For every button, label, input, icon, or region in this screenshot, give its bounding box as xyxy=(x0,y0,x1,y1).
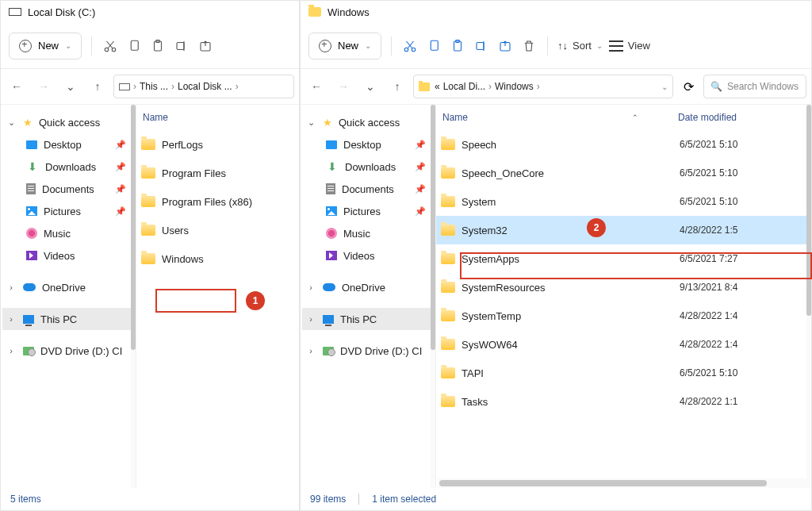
sidebar-item-documents[interactable]: Documents📌 xyxy=(302,178,434,200)
file-date: 4/28/2022 1:5 xyxy=(680,225,806,236)
sidebar-dvd[interactable]: ›DVD Drive (D:) CI xyxy=(302,340,434,362)
address-bar[interactable]: « Local Di... › Windows › ⌄ xyxy=(413,75,673,98)
sidebar-item-desktop[interactable]: Desktop📌 xyxy=(302,133,434,156)
sidebar-this-pc[interactable]: ›This PC xyxy=(302,308,434,330)
column-name[interactable]: Name xyxy=(143,112,293,123)
sidebar-item-pictures[interactable]: Pictures📌 xyxy=(2,200,134,222)
svg-rect-2 xyxy=(131,40,138,50)
sidebar: ⌄★Quick access Desktop📌 ⬇Downloads📌 Docu… xyxy=(1,105,136,488)
column-date[interactable]: Date modified xyxy=(678,112,805,123)
file-row[interactable]: System324/28/2022 1:5 xyxy=(436,216,811,244)
sidebar-quick-access[interactable]: ⌄★Quick access xyxy=(2,111,134,133)
sidebar-quick-access[interactable]: ⌄★Quick access xyxy=(302,111,434,133)
folder-icon xyxy=(141,196,155,207)
file-name: Speech xyxy=(462,139,496,151)
sidebar-item-videos[interactable]: Videos xyxy=(2,244,134,267)
refresh-button[interactable]: ⟳ xyxy=(678,76,699,97)
file-row[interactable]: Speech6/5/2021 5:10 xyxy=(436,130,811,159)
folder-icon xyxy=(441,339,455,350)
sidebar: ⌄★Quick access Desktop📌 ⬇Downloads📌 Docu… xyxy=(301,105,435,488)
status-bar: 5 items xyxy=(1,488,299,510)
file-row[interactable]: Users xyxy=(136,216,299,244)
horizontal-scrollbar[interactable] xyxy=(438,478,810,488)
file-name: SysWOW64 xyxy=(462,339,518,351)
file-row[interactable]: SystemResources9/13/2021 8:4 xyxy=(436,273,811,302)
folder-icon xyxy=(308,7,321,17)
file-row[interactable]: Program Files xyxy=(136,159,299,187)
column-headers[interactable]: Name ⌃ Date modified xyxy=(436,105,811,130)
file-row[interactable]: Windows xyxy=(136,244,299,273)
sidebar-item-downloads[interactable]: ⬇Downloads📌 xyxy=(302,156,434,178)
file-date: 6/5/2021 7:27 xyxy=(680,253,806,264)
file-pane: Name PerfLogsProgram FilesProgram Files … xyxy=(136,105,299,488)
sidebar-item-music[interactable]: Music xyxy=(302,222,434,244)
address-bar[interactable]: › This ... › Local Disk ... › xyxy=(113,75,294,98)
up-button[interactable]: ↑ xyxy=(86,75,109,98)
sidebar-onedrive[interactable]: ›OneDrive xyxy=(2,276,134,298)
column-name[interactable]: Name xyxy=(442,112,632,123)
cut-icon[interactable] xyxy=(102,37,119,55)
sidebar-item-videos[interactable]: Videos xyxy=(302,244,434,267)
sidebar-item-pictures[interactable]: Pictures📌 xyxy=(302,200,434,222)
sidebar-item-music[interactable]: Music xyxy=(2,222,134,244)
folder-icon xyxy=(441,139,455,150)
sidebar-item-documents[interactable]: Documents📌 xyxy=(2,178,134,200)
file-row[interactable]: SystemApps6/5/2021 7:27 xyxy=(436,244,811,273)
file-date: 4/28/2022 1:4 xyxy=(680,339,806,350)
sidebar-onedrive[interactable]: ›OneDrive xyxy=(302,276,434,298)
item-count: 99 items xyxy=(310,494,346,505)
vertical-scrollbar[interactable] xyxy=(806,105,811,488)
file-name: SystemApps xyxy=(462,253,519,265)
file-name: TAPI xyxy=(462,367,484,379)
file-row[interactable]: Speech_OneCore6/5/2021 5:10 xyxy=(436,159,811,187)
new-button[interactable]: New ⌄ xyxy=(9,33,82,60)
folder-icon xyxy=(441,282,455,293)
file-name: Program Files (x86) xyxy=(162,196,252,208)
new-button[interactable]: New ⌄ xyxy=(308,33,381,60)
delete-icon[interactable] xyxy=(520,37,538,55)
back-button[interactable]: ← xyxy=(6,75,28,98)
recent-dropdown[interactable]: ⌄ xyxy=(59,75,82,98)
sidebar-dvd[interactable]: ›DVD Drive (D:) CI xyxy=(2,340,134,362)
rename-icon[interactable] xyxy=(173,37,190,55)
file-row[interactable]: Program Files (x86) xyxy=(136,187,299,216)
chevron-down-icon: ⌄ xyxy=(65,41,71,50)
paste-icon[interactable] xyxy=(449,37,466,55)
title-bar[interactable]: Windows xyxy=(301,1,811,23)
file-row[interactable]: PerfLogs xyxy=(136,130,299,159)
forward-button[interactable]: → xyxy=(332,75,354,98)
sidebar-item-downloads[interactable]: ⬇Downloads📌 xyxy=(2,156,134,178)
folder-icon xyxy=(441,225,455,236)
copy-icon[interactable] xyxy=(125,37,143,55)
folder-icon xyxy=(141,139,155,150)
file-date: 4/28/2022 1:1 xyxy=(680,396,806,407)
sidebar-this-pc[interactable]: ›This PC xyxy=(2,308,134,330)
title-bar[interactable]: Local Disk (C:) xyxy=(1,1,299,23)
search-input[interactable]: 🔍 Search Windows xyxy=(703,75,806,98)
annotation-badge-2: 2 xyxy=(587,218,606,237)
file-row[interactable]: SysWOW644/28/2022 1:4 xyxy=(436,330,811,359)
svg-rect-9 xyxy=(431,40,438,50)
annotation-badge-1: 1 xyxy=(246,291,265,310)
column-headers[interactable]: Name xyxy=(136,105,299,130)
file-row[interactable]: SystemTemp4/28/2022 1:4 xyxy=(436,302,811,330)
up-button[interactable]: ↑ xyxy=(386,75,408,98)
recent-dropdown[interactable]: ⌄ xyxy=(359,75,381,98)
back-button[interactable]: ← xyxy=(305,75,327,98)
sidebar-item-desktop[interactable]: Desktop📌 xyxy=(2,133,134,156)
forward-button[interactable]: → xyxy=(33,75,55,98)
file-row[interactable]: TAPI6/5/2021 5:10 xyxy=(436,359,811,387)
copy-icon[interactable] xyxy=(425,37,442,55)
paste-icon[interactable] xyxy=(149,37,167,55)
share-icon[interactable] xyxy=(197,37,214,55)
sort-button[interactable]: ↑↓Sort⌄ xyxy=(557,40,603,52)
view-button[interactable]: View xyxy=(609,40,650,52)
file-row[interactable]: Tasks4/28/2022 1:1 xyxy=(436,387,811,416)
file-name: Users xyxy=(162,225,189,236)
file-row[interactable]: System6/5/2021 5:10 xyxy=(436,187,811,216)
share-icon[interactable] xyxy=(496,37,514,55)
plus-icon xyxy=(19,40,32,52)
folder-icon xyxy=(441,196,455,207)
rename-icon[interactable] xyxy=(473,37,490,55)
cut-icon[interactable] xyxy=(401,37,419,55)
